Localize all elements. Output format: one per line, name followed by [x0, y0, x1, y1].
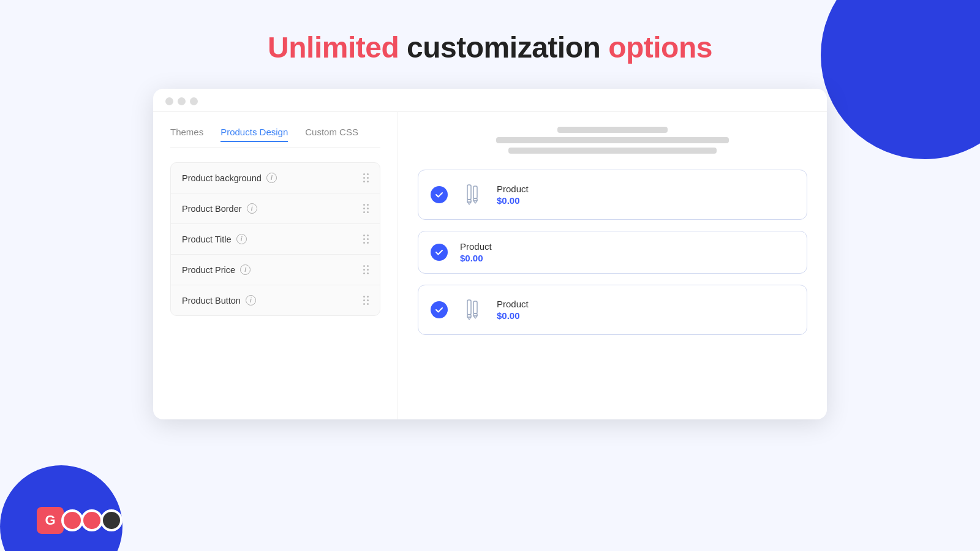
- drag-handle-product-title[interactable]: [363, 234, 369, 244]
- skeleton-bar-1: [557, 127, 668, 133]
- product-checkbox-2[interactable]: [431, 244, 448, 261]
- setting-label-product-button: Product Button: [182, 296, 241, 305]
- logo-g: G: [37, 507, 64, 534]
- svg-rect-1: [467, 200, 471, 202]
- browser-window: Themes Products Design Custom CSS Produc…: [153, 89, 827, 419]
- setting-product-border[interactable]: Product Border i: [171, 193, 380, 224]
- tab-custom-css[interactable]: Custom CSS: [305, 127, 358, 142]
- product-name-2: Product: [460, 241, 492, 252]
- info-icon-product-price[interactable]: i: [240, 264, 251, 275]
- setting-product-title[interactable]: Product Title i: [171, 224, 380, 255]
- checkmark-icon-2: [435, 248, 443, 257]
- svg-marker-11: [473, 316, 477, 318]
- logo-container: G: [37, 507, 123, 534]
- info-icon-product-border[interactable]: i: [247, 203, 257, 214]
- setting-label-product-border: Product Border: [182, 204, 242, 214]
- main-heading: Unlimited customization options: [268, 31, 712, 64]
- left-panel: Themes Products Design Custom CSS Produc…: [153, 112, 398, 419]
- product-info-2: Product $0.00: [460, 241, 492, 263]
- setting-label-product-title: Product Title: [182, 234, 232, 244]
- drag-handle-product-border[interactable]: [363, 204, 369, 213]
- checkmark-icon-3: [435, 305, 443, 314]
- svg-rect-9: [473, 301, 477, 313]
- logo: G: [37, 507, 123, 534]
- product-icon-3: [458, 295, 487, 324]
- svg-rect-6: [467, 300, 471, 315]
- setting-label-product-price: Product Price: [182, 265, 235, 275]
- product-price-3: $0.00: [497, 310, 529, 321]
- browser-titlebar: [153, 89, 827, 112]
- tab-products-design[interactable]: Products Design: [221, 127, 288, 142]
- svg-rect-4: [473, 198, 477, 201]
- svg-rect-3: [473, 186, 477, 198]
- browser-body: Themes Products Design Custom CSS Produc…: [153, 112, 827, 419]
- right-panel: Product $0.00 Product $0.00: [398, 112, 827, 419]
- product-info-1: Product $0.00: [497, 184, 529, 206]
- skeleton-bars: [418, 127, 807, 154]
- product-price-1: $0.00: [497, 195, 529, 206]
- product-card-1[interactable]: Product $0.00: [418, 170, 807, 220]
- product-checkbox-3[interactable]: [431, 301, 448, 318]
- drag-handle-product-price[interactable]: [363, 265, 369, 274]
- product-icon-1: [458, 180, 487, 209]
- setting-product-price[interactable]: Product Price i: [171, 255, 380, 285]
- product-card-2[interactable]: Product $0.00: [418, 231, 807, 274]
- tab-themes[interactable]: Themes: [170, 127, 203, 142]
- logo-circle-1: [61, 509, 83, 531]
- product-price-2: $0.00: [460, 253, 492, 263]
- browser-dot-green: [190, 97, 198, 105]
- browser-dot-yellow: [178, 97, 186, 105]
- info-icon-product-title[interactable]: i: [236, 234, 247, 244]
- drag-handle-product-background[interactable]: [363, 173, 369, 182]
- product-name-3: Product: [497, 299, 529, 309]
- heading-options: options: [608, 31, 712, 64]
- product-card-3[interactable]: Product $0.00: [418, 285, 807, 335]
- product-name-1: Product: [497, 184, 529, 194]
- skeleton-bar-3: [508, 148, 717, 154]
- product-checkbox-1[interactable]: [431, 186, 448, 203]
- skeleton-bar-2: [496, 137, 729, 143]
- checkmark-icon-1: [435, 190, 443, 199]
- svg-rect-0: [467, 185, 471, 200]
- logo-circle-2: [81, 509, 103, 531]
- product-info-3: Product $0.00: [497, 299, 529, 321]
- svg-marker-8: [467, 317, 471, 320]
- setting-product-button[interactable]: Product Button i: [171, 285, 380, 315]
- setting-product-background[interactable]: Product background i: [171, 163, 380, 193]
- drag-handle-product-button[interactable]: [363, 296, 369, 305]
- logo-circle-3: [100, 509, 123, 531]
- tab-bar: Themes Products Design Custom CSS: [170, 127, 380, 148]
- info-icon-product-button[interactable]: i: [246, 295, 256, 305]
- info-icon-product-background[interactable]: i: [266, 173, 277, 183]
- settings-panel: Product background i Product Border: [170, 162, 380, 316]
- browser-dot-red: [165, 97, 173, 105]
- setting-label-product-background: Product background: [182, 173, 262, 183]
- heading-customization: customization: [407, 31, 608, 64]
- heading-unlimited: Unlimited: [268, 31, 399, 64]
